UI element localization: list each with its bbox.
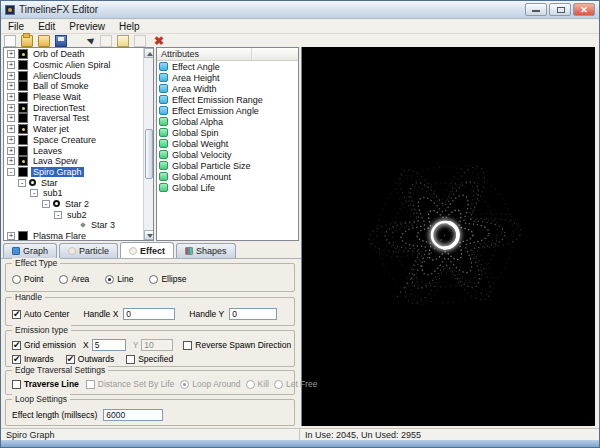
tree-item[interactable]: +Lava Spew: [4, 156, 142, 167]
tab-graph[interactable]: Graph: [3, 243, 57, 258]
expander-icon[interactable]: -: [7, 168, 15, 176]
tree-item[interactable]: +DirectionTest: [4, 102, 142, 113]
expander-icon[interactable]: +: [7, 61, 15, 69]
expander-icon[interactable]: +: [7, 93, 15, 101]
expander-icon[interactable]: +: [7, 232, 15, 240]
tree-scrollbar[interactable]: [143, 48, 153, 240]
grid-emission-checkbox[interactable]: Grid emission: [12, 340, 76, 350]
tab-particle[interactable]: Particle: [59, 243, 118, 258]
scrollbar-thumb[interactable]: [145, 129, 153, 179]
expander-icon[interactable]: +: [7, 104, 15, 112]
tree-item[interactable]: +Ball of Smoke: [4, 81, 142, 92]
title-bar[interactable]: TimelineFX Editor ✕: [1, 1, 599, 19]
attribute-item[interactable]: Global Weight: [157, 138, 298, 149]
cut-icon[interactable]: [100, 35, 112, 47]
checkbox-icon[interactable]: [12, 380, 21, 389]
traverse-line-checkbox[interactable]: Traverse Line: [12, 379, 79, 389]
kill-radio[interactable]: Kill: [246, 379, 269, 389]
attribute-item[interactable]: Global Spin: [157, 127, 298, 138]
let-free-radio[interactable]: Let Free: [274, 379, 318, 389]
tree-item[interactable]: +Water jet: [4, 124, 142, 135]
checkbox-icon[interactable]: [66, 355, 75, 364]
grid-x-input[interactable]: [92, 339, 126, 351]
attribute-item[interactable]: Global Velocity: [157, 149, 298, 160]
radio-area[interactable]: Area: [59, 274, 89, 284]
loop-around-radio[interactable]: Loop Around: [180, 379, 240, 389]
grid-y-input[interactable]: [141, 339, 173, 351]
expander-icon[interactable]: +: [7, 50, 15, 58]
tree-item[interactable]: +Leaves: [4, 145, 142, 156]
expander-icon[interactable]: +: [7, 125, 15, 133]
tree-item[interactable]: +Plasma Flare: [4, 231, 142, 241]
attribute-item[interactable]: Area Width: [157, 83, 298, 94]
save-icon[interactable]: [55, 35, 67, 47]
radio-ellipse[interactable]: Ellipse: [149, 274, 186, 284]
attribute-item[interactable]: Area Height: [157, 72, 298, 83]
tree-item[interactable]: +Traversal Test: [4, 113, 142, 124]
checkbox-icon[interactable]: [12, 310, 21, 319]
reverse-spawn-checkbox[interactable]: Reverse Spawn Direction: [183, 340, 291, 350]
tree-item[interactable]: -Star: [4, 177, 142, 188]
expander-icon[interactable]: -: [18, 179, 26, 187]
attribute-item[interactable]: Global Particle Size: [157, 160, 298, 171]
attribute-item[interactable]: Effect Emission Angle: [157, 105, 298, 116]
tree-item[interactable]: -Star 2: [4, 199, 142, 210]
delete-icon[interactable]: ✖: [154, 35, 166, 47]
inwards-checkbox[interactable]: Inwards: [12, 354, 54, 364]
tab-effect[interactable]: Effect: [120, 242, 174, 258]
outwards-checkbox[interactable]: Outwards: [66, 354, 114, 364]
import-icon[interactable]: [38, 35, 50, 47]
distance-set-by-life-checkbox[interactable]: Distance Set By Life: [86, 379, 175, 389]
checkbox-icon[interactable]: [126, 355, 135, 364]
expander-icon[interactable]: +: [7, 157, 15, 165]
tree-item[interactable]: +Orb of Death: [4, 49, 142, 60]
expander-icon[interactable]: -: [54, 211, 62, 219]
open-icon[interactable]: [21, 35, 33, 47]
tree-item[interactable]: +Please Wait: [4, 92, 142, 103]
new-icon[interactable]: [4, 35, 16, 47]
tree-item-selected[interactable]: -Spiro Graph: [4, 167, 142, 178]
tree-item[interactable]: -sub1: [4, 188, 142, 199]
attribute-item[interactable]: Effect Angle: [157, 61, 298, 72]
handle-x-input[interactable]: [123, 308, 175, 320]
expander-icon[interactable]: +: [7, 82, 15, 90]
copy-icon[interactable]: [117, 35, 129, 47]
radio-point[interactable]: Point: [12, 274, 43, 284]
radio-icon[interactable]: [105, 275, 114, 284]
tree-item[interactable]: Star 3: [4, 220, 142, 231]
radio-line[interactable]: Line: [105, 274, 133, 284]
tab-shapes[interactable]: Shapes: [176, 243, 236, 258]
radio-icon[interactable]: [59, 275, 68, 284]
auto-center-checkbox[interactable]: Auto Center: [12, 309, 69, 319]
tree-item[interactable]: +Cosmic Alien Spiral: [4, 60, 142, 71]
expander-icon[interactable]: +: [7, 72, 15, 80]
menu-edit[interactable]: Edit: [31, 20, 62, 33]
expander-icon[interactable]: -: [30, 189, 38, 197]
effect-length-input[interactable]: [103, 409, 163, 421]
checkbox-icon[interactable]: [183, 341, 192, 350]
radio-icon[interactable]: [12, 275, 21, 284]
specified-checkbox[interactable]: Specified: [126, 354, 173, 364]
checkbox-icon[interactable]: [12, 341, 21, 350]
expander-icon[interactable]: +: [7, 114, 15, 122]
attribute-item[interactable]: Effect Emission Range: [157, 94, 298, 105]
paste-icon[interactable]: [134, 35, 146, 47]
menu-preview[interactable]: Preview: [62, 20, 112, 33]
maximize-button[interactable]: [549, 3, 571, 16]
scroll-down-icon[interactable]: [144, 230, 154, 240]
pointer-icon[interactable]: ►: [81, 33, 96, 48]
attributes-header[interactable]: Attributes: [157, 48, 298, 61]
menu-file[interactable]: File: [1, 20, 31, 33]
checkbox-icon[interactable]: [12, 355, 21, 364]
particle-preview[interactable]: [301, 47, 595, 426]
attribute-item[interactable]: Global Amount: [157, 171, 298, 182]
tree-item[interactable]: +Space Creature: [4, 135, 142, 146]
expander-icon[interactable]: +: [7, 147, 15, 155]
tree-item[interactable]: +AlienClouds: [4, 70, 142, 81]
menu-help[interactable]: Help: [112, 20, 147, 33]
close-button[interactable]: ✕: [573, 3, 595, 16]
scroll-up-icon[interactable]: [144, 48, 154, 58]
attribute-item[interactable]: Global Life: [157, 182, 298, 193]
handle-y-input[interactable]: [229, 308, 277, 320]
minimize-button[interactable]: [525, 3, 547, 16]
